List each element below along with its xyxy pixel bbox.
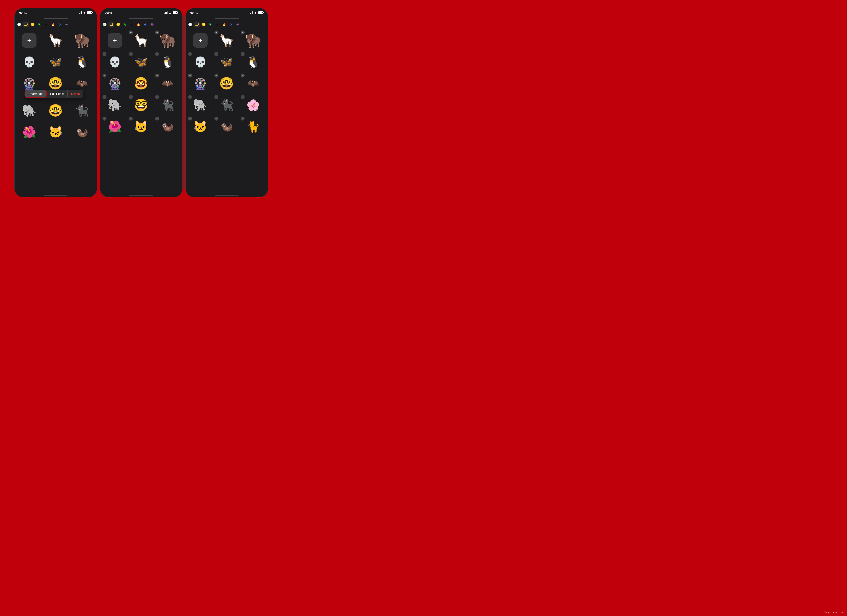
tab-g-2[interactable]: G <box>142 22 148 28</box>
tab-emoji-1[interactable]: 🙂 <box>30 22 36 28</box>
cell-butterfly-2[interactable]: − 🦋 <box>128 51 154 73</box>
cell-skull-1[interactable]: 💀 <box>16 51 43 73</box>
cell-nerdy-ball-3[interactable]: − 🤓 <box>214 73 240 94</box>
tab-recent-3[interactable]: 🕐 <box>187 22 193 28</box>
tab-emoji-3[interactable]: 🙂 <box>201 22 207 28</box>
cell-flower-2[interactable]: − 🌺 <box>102 116 128 137</box>
cell-penguin-3[interactable]: − 🐧 <box>240 51 266 73</box>
minus-badge-black-cat[interactable]: − <box>155 95 159 99</box>
minus-badge-butterfly-3[interactable]: − <box>214 52 218 56</box>
minus-badge-bat-3[interactable]: − <box>241 74 245 78</box>
cell-llama-pink-3[interactable]: − 🦙 <box>214 30 240 51</box>
tab-g-3[interactable]: G <box>228 22 234 28</box>
cell-llama-pink-1[interactable]: 🦙 <box>43 30 69 51</box>
tab-moon-1[interactable]: 🌙 <box>23 22 29 28</box>
cell-flower-1[interactable]: 🌺 <box>16 121 43 143</box>
tab-sticker1-3[interactable]: 🦎 <box>208 22 214 28</box>
minus-badge-flower2-3[interactable]: − <box>241 95 245 99</box>
cell-cat-gray-3[interactable]: − 🐱 <box>187 116 214 137</box>
minus-badge-mandala-3[interactable]: − <box>188 74 192 78</box>
add-sticker-button-3[interactable]: + <box>193 33 208 48</box>
cell-add-1[interactable]: + <box>16 30 43 51</box>
tab-reddit-2[interactable]: 👾 <box>149 22 155 28</box>
cell-llama-gray-3[interactable]: − 🦬 <box>240 30 266 51</box>
minus-badge-nerdy-3[interactable]: − <box>214 74 218 78</box>
tab-recent-2[interactable]: 🕐 <box>102 22 108 28</box>
cell-skull-2[interactable]: − 💀 <box>102 51 128 73</box>
cell-elephant-3[interactable]: − 🐘 <box>187 94 214 116</box>
minus-badge-llama-pink[interactable]: − <box>129 31 133 34</box>
cell-skull-3[interactable]: − 💀 <box>187 51 214 73</box>
cell-elephant-1[interactable]: 🐘 <box>16 100 43 121</box>
minus-badge-penguin-3[interactable]: − <box>241 52 245 56</box>
cell-nerdy-ball-2[interactable]: − 🤓 <box>128 73 154 94</box>
minus-badge-elephant-3[interactable]: − <box>188 95 192 99</box>
tab-reddit-1[interactable]: 👾 <box>63 22 69 28</box>
cell-platypus-1[interactable]: 🦦 <box>69 121 95 143</box>
cell-flower2-3[interactable]: − 🌸 <box>240 94 266 116</box>
cell-elephant-2[interactable]: − 🐘 <box>102 94 128 116</box>
cell-llama-pink-2[interactable]: − 🦙 <box>128 30 154 51</box>
cell-black-cat-2[interactable]: − 🐈‍⬛ <box>154 94 181 116</box>
minus-badge-mandala[interactable]: − <box>102 74 106 78</box>
minus-badge-cat-gray-3[interactable]: − <box>188 116 192 121</box>
cell-cat-gray-2[interactable]: − 🐱 <box>128 116 154 137</box>
tab-sticker1-2[interactable]: 🦎 <box>122 22 128 28</box>
minus-badge-llama-gray-3[interactable]: − <box>241 31 245 34</box>
cell-mandala-3[interactable]: − 🎡 <box>187 73 214 94</box>
minus-badge-llama-pink-3[interactable]: − <box>214 31 218 34</box>
minus-badge-elephant[interactable]: − <box>102 95 106 99</box>
minus-badge-nerdy2[interactable]: − <box>129 95 133 99</box>
cell-nerdy-ball2-2[interactable]: − 🤓 <box>128 94 154 116</box>
tab-fire-3[interactable]: 🔥 <box>221 22 227 28</box>
cell-black-cat-1[interactable]: 🐈‍⬛ <box>69 100 95 121</box>
context-rearrange[interactable]: Rearrange <box>25 90 47 98</box>
cell-mandala-2[interactable]: − 🎡 <box>102 73 128 94</box>
tab-emoji-2[interactable]: 🙂 <box>115 22 121 28</box>
minus-badge-black-cat2-3[interactable]: − <box>214 95 218 99</box>
minus-badge-llama-gray[interactable]: − <box>155 31 159 34</box>
minus-badge-black-cat3-3[interactable]: − <box>241 116 245 121</box>
cell-llama-gray-2[interactable]: − 🦬 <box>154 30 181 51</box>
minus-badge-bat[interactable]: − <box>155 74 159 78</box>
minus-badge-skull[interactable]: − <box>102 52 106 56</box>
tab-fire-2[interactable]: 🔥 <box>136 22 142 28</box>
minus-badge-platypus[interactable]: − <box>155 116 159 121</box>
cell-add-2[interactable]: + <box>102 30 128 51</box>
tab-fire-1[interactable]: 🔥 <box>50 22 56 28</box>
tab-sticker1-1[interactable]: 🦎 <box>37 22 43 28</box>
cell-penguin-1[interactable]: 🐧 <box>69 51 95 73</box>
cell-black-cat2-3[interactable]: − 🐈‍⬛ <box>214 94 240 116</box>
minus-badge-flower[interactable]: − <box>102 116 106 121</box>
cell-add-3[interactable]: + <box>187 30 214 51</box>
cell-cat-gray-1[interactable]: 🐱 <box>43 121 69 143</box>
tab-target-3[interactable]: ◎ <box>214 22 220 28</box>
tab-recent-1[interactable]: 🕐 <box>16 22 22 28</box>
cell-butterfly-3[interactable]: − 🦋 <box>214 51 240 73</box>
tab-g-1[interactable]: G <box>57 22 63 28</box>
add-sticker-button-1[interactable]: + <box>22 33 37 48</box>
tab-target-2[interactable]: ◎ <box>129 22 135 28</box>
context-edit-effect[interactable]: Edit Effect <box>47 90 68 97</box>
cell-bat-3[interactable]: − 🦇 <box>240 73 266 94</box>
cell-penguin-2[interactable]: − 🐧 <box>154 51 181 73</box>
cell-black-cat3-3[interactable]: − 🐈 <box>240 116 266 137</box>
minus-badge-penguin[interactable]: − <box>155 52 159 56</box>
tab-reddit-3[interactable]: 👾 <box>235 22 241 28</box>
cell-bat-2[interactable]: − 🦇 <box>154 73 181 94</box>
minus-badge-platypus-3[interactable]: − <box>214 116 218 121</box>
cell-platypus-3[interactable]: − 🦦 <box>214 116 240 137</box>
minus-badge-skull-3[interactable]: − <box>188 52 192 56</box>
cell-nerdy-ball-1[interactable]: 🤓 Rearrange Edit Effect Delete <box>43 73 69 94</box>
tab-target-1[interactable]: ◎ <box>43 22 49 28</box>
sticker-tabs-1[interactable]: 🕐 🌙 🙂 🦎 ◎ 🔥 G 👾 <box>15 20 97 29</box>
cell-butterfly-1[interactable]: 🦋 <box>43 51 69 73</box>
minus-badge-butterfly[interactable]: − <box>129 52 133 56</box>
add-sticker-button-2[interactable]: + <box>108 33 122 48</box>
tab-moon-3[interactable]: 🌙 <box>194 22 200 28</box>
tab-moon-2[interactable]: 🌙 <box>108 22 114 28</box>
cell-llama-gray-1[interactable]: 🦬 <box>69 30 95 51</box>
sticker-tabs-2[interactable]: 🕐 🌙 🙂 🦎 ◎ 🔥 G 👾 <box>100 20 183 29</box>
cell-nerdy-ball2-1[interactable]: 🤓 <box>43 100 69 121</box>
minus-badge-cat-gray[interactable]: − <box>129 116 133 121</box>
